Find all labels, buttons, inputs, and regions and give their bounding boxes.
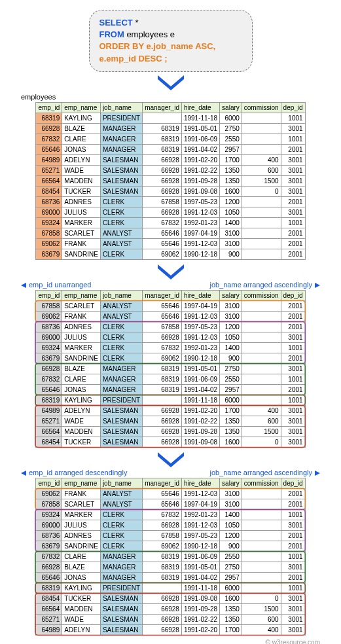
cell-emp-id: 63679 (36, 541, 62, 551)
table-row: 67832CLAREMANAGER683191991-06-0925501001 (36, 134, 305, 144)
col-hire_date: hire_date (181, 102, 219, 113)
table-row: 64989ADELYNSALESMAN669281991-02-20170040… (36, 405, 305, 416)
cell-job-name: CLERK (100, 207, 142, 217)
table-row: 69000JULIUSCLERK669281991-12-0310503001 (36, 332, 305, 342)
final-sorted-table: emp_idemp_namejob_namemanager_idhire_dat… (35, 478, 305, 635)
cell-job-name: SALESMAN (100, 614, 142, 624)
table-row: 69000JULIUSCLERK669281991-12-0310503001 (36, 520, 305, 530)
cell-emp-id: 66928 (36, 363, 62, 374)
cell-emp-id: 65646 (36, 144, 62, 154)
table-row: 64989ADELYNSALESMAN669281991-02-20170040… (36, 154, 305, 165)
cell-job-name: MANAGER (100, 374, 142, 384)
employees-table: emp_idemp_namejob_namemanager_idhire_dat… (35, 102, 305, 260)
table-row: 65646JONASMANAGER683191991-04-0229572001 (36, 384, 305, 395)
cell-job-name: SALESMAN (100, 186, 142, 196)
col-emp_name: emp_name (62, 478, 101, 488)
col-dep_id: dep_id (281, 102, 305, 113)
col-commission: commission (242, 102, 281, 113)
cell-emp-id: 68319 (36, 113, 62, 123)
table-row: 69062FRANKANALYST656461991-12-0331002001 (36, 238, 305, 249)
chevron-down-icon (7, 449, 334, 469)
kw-orderby: ORDER BY (99, 41, 144, 51)
table-row: 67832CLAREMANAGER683191991-06-0925501001 (36, 374, 305, 384)
table-row: 67832CLAREMANAGER683191991-06-0925501001 (36, 551, 305, 562)
cell-emp-id: 65271 (36, 614, 62, 624)
table-row: 69324MARKERCLERK678321992-01-2314001001 (36, 342, 305, 353)
col-emp_id: emp_id (36, 290, 62, 300)
table-row: 65646JONASMANAGER683191991-04-0229572001 (36, 572, 305, 582)
cell-emp-id: 64989 (36, 154, 62, 165)
col-salary: salary (220, 478, 242, 488)
cell-emp-id: 69000 (36, 520, 62, 530)
footer-credit: © w3resource.com (7, 639, 320, 644)
table-row: 65646JONASMANAGER683191991-04-0229572001 (36, 144, 305, 154)
cell-job-name: CLERK (100, 509, 142, 520)
cell-emp-id: 65646 (36, 384, 62, 395)
table-row: 68736ADNRESCLERK678581997-05-2312002001 (36, 530, 305, 541)
col-manager_id: manager_id (143, 478, 182, 488)
cell-emp-id: 68736 (36, 530, 62, 541)
cell-job-name: ANALYST (100, 300, 142, 311)
cell-emp-id: 69062 (36, 488, 62, 499)
annotation-row-2: emp_id arranged descendingly job_name ar… (21, 469, 320, 476)
col-manager_id: manager_id (143, 102, 182, 113)
cell-emp-id: 68319 (36, 395, 62, 405)
table-row: 65271WADESALESMAN669281991-02-2213506003… (36, 165, 305, 175)
col-dep_id: dep_id (281, 290, 305, 300)
table-row: 68454TUCKERSALESMAN669281991-09-08160003… (36, 437, 305, 447)
cell-emp-id: 69324 (36, 342, 62, 353)
cell-emp-id: 65271 (36, 165, 62, 175)
col-salary: salary (220, 290, 242, 300)
cell-job-name: CLERK (100, 353, 142, 363)
table-row: 68736ADNRESCLERK678581997-05-2312002001 (36, 321, 305, 332)
table-row: 68319KAYLINGPRESIDENT1991-11-1860001001 (36, 113, 305, 123)
table-row: 69062FRANKANALYST656461991-12-0331002001 (36, 488, 305, 499)
cell-job-name: PRESIDENT (100, 113, 142, 123)
col-emp_id: emp_id (36, 478, 62, 488)
table-row: 67858SCARLETANALYST656461997-04-19310020… (36, 300, 305, 311)
col-job_name: job_name (100, 478, 142, 488)
table-row: 66564MADDENSALESMAN669281991-09-28135015… (36, 426, 305, 437)
cell-job-name: ANALYST (100, 228, 142, 238)
cell-emp-id: 69000 (36, 207, 62, 217)
cell-job-name: PRESIDENT (100, 582, 142, 593)
table-row: 63679SANDRINECLERK690621990-12-189002001 (36, 353, 305, 363)
arrow-right-icon (315, 471, 320, 476)
cell-emp-id: 67858 (36, 300, 62, 311)
cell-job-name: PRESIDENT (100, 395, 142, 405)
cell-job-name: MANAGER (100, 123, 142, 134)
col-hire_date: hire_date (181, 478, 219, 488)
cell-job-name: SALESMAN (100, 437, 142, 447)
col-manager_id: manager_id (143, 290, 182, 300)
cell-job-name: CLERK (100, 530, 142, 541)
cell-job-name: MANAGER (100, 572, 142, 582)
table-row: 69324MARKERCLERK678321992-01-2314001001 (36, 509, 305, 520)
cell-job-name: SALESMAN (100, 165, 142, 175)
annotation-row-1: emp_id unarranged job_name arranged asce… (21, 281, 320, 289)
cell-emp-id: 69324 (36, 509, 62, 520)
cell-emp-id: 66928 (36, 562, 62, 572)
cell-job-name: SALESMAN (100, 405, 142, 416)
cell-job-name: CLERK (100, 249, 142, 259)
cell-emp-id: 66564 (36, 603, 62, 614)
arrow-left-icon (21, 283, 26, 288)
table-row: 69062FRANKANALYST656461991-12-0331002001 (36, 311, 305, 321)
cell-emp-id: 68454 (36, 593, 62, 603)
cell-emp-id: 68736 (36, 196, 62, 207)
cell-job-name: CLERK (100, 342, 142, 353)
col-emp_name: emp_name (62, 290, 101, 300)
table-row: 66928BLAZEMANAGER683191991-05-0127503001 (36, 562, 305, 572)
cell-job-name: SALESMAN (100, 426, 142, 437)
table-row: 63679SANDRINECLERK690621990-12-189002001 (36, 249, 305, 259)
col-job_name: job_name (100, 290, 142, 300)
col-hire_date: hire_date (181, 290, 219, 300)
cell-emp-id: 66564 (36, 175, 62, 186)
cell-job-name: CLERK (100, 196, 142, 207)
cell-job-name: CLERK (100, 332, 142, 342)
svg-marker-1 (158, 264, 184, 279)
cell-job-name: MANAGER (100, 363, 142, 374)
table-row: 67858SCARLETANALYST656461997-04-19310020… (36, 499, 305, 509)
cell-emp-id: 68319 (36, 582, 62, 593)
cell-emp-id: 63679 (36, 353, 62, 363)
cell-job-name: SALESMAN (100, 603, 142, 614)
